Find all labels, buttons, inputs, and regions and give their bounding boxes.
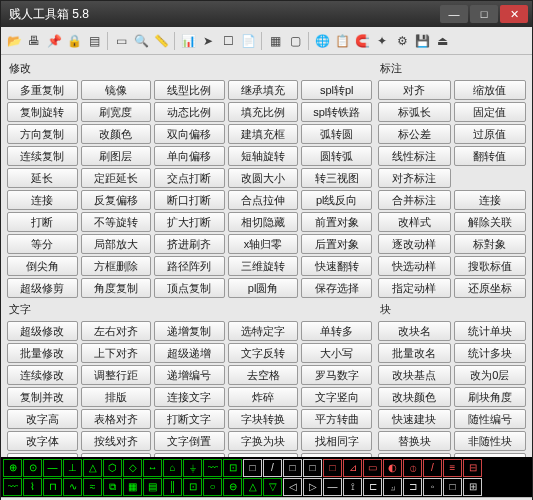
doc-icon[interactable]: 📄: [239, 32, 257, 50]
cmd-button[interactable]: 炸碎: [228, 387, 299, 407]
cmd-button[interactable]: 过原值: [454, 124, 527, 144]
cmd-button[interactable]: 线性标注: [378, 146, 451, 166]
cmd-button[interactable]: 建填充框: [228, 124, 299, 144]
cmd-button[interactable]: 顶点复制: [154, 278, 225, 298]
magnet-icon[interactable]: 🧲: [353, 32, 371, 50]
star-icon[interactable]: ✦: [373, 32, 391, 50]
cmd-button[interactable]: 刷宽度: [81, 102, 152, 122]
symbol-icon[interactable]: ⊡: [183, 478, 202, 496]
symbol-icon[interactable]: ⊡: [223, 459, 242, 477]
cmd-button[interactable]: 改字体: [7, 431, 78, 451]
cmd-button[interactable]: 改颜色: [81, 124, 152, 144]
cmd-button[interactable]: 标公差: [378, 124, 451, 144]
symbol-icon[interactable]: —: [323, 478, 342, 496]
cmd-button[interactable]: 批量修改: [7, 343, 78, 363]
maximize-button[interactable]: □: [470, 5, 498, 23]
cmd-button[interactable]: 反复偏移: [81, 190, 152, 210]
symbol-icon[interactable]: 〰: [203, 459, 222, 477]
cmd-button[interactable]: 相切隐藏: [228, 212, 299, 232]
cmd-button[interactable]: 排版: [81, 387, 152, 407]
symbol-icon[interactable]: ≡: [443, 459, 462, 477]
symbol-icon[interactable]: ▭: [363, 459, 382, 477]
cmd-button[interactable]: 字换为块: [228, 431, 299, 451]
cmd-button[interactable]: 角度复制: [81, 278, 152, 298]
symbol-icon[interactable]: ▦: [123, 478, 142, 496]
cmd-button[interactable]: 倒尖角: [7, 256, 78, 276]
cmd-button[interactable]: 缩放值: [454, 80, 527, 100]
symbol-icon[interactable]: ◁: [283, 478, 302, 496]
symbol-icon[interactable]: ⊞: [463, 478, 482, 496]
cmd-button[interactable]: 统计多块: [454, 343, 527, 363]
cmd-button[interactable]: 改块颜色: [378, 387, 451, 407]
note-icon[interactable]: 📋: [333, 32, 351, 50]
cmd-button[interactable]: 前置对象: [301, 212, 372, 232]
symbol-icon[interactable]: ◐: [383, 459, 402, 477]
chart-icon[interactable]: 📊: [179, 32, 197, 50]
cmd-button[interactable]: 打断文字: [154, 409, 225, 429]
symbol-icon[interactable]: □: [283, 459, 302, 477]
cmd-button[interactable]: 调整行距: [81, 365, 152, 385]
symbol-icon[interactable]: ⊐: [403, 478, 422, 496]
cmd-button[interactable]: 改圆大小: [228, 168, 299, 188]
cmd-button[interactable]: 按线对齐: [81, 431, 152, 451]
close-button[interactable]: ✕: [500, 5, 528, 23]
symbol-icon[interactable]: ⟟: [343, 478, 362, 496]
cmd-button[interactable]: 左右对齐: [81, 321, 152, 341]
cmd-button[interactable]: 批量改名: [378, 343, 451, 363]
cmd-button[interactable]: 合点拉伸: [228, 190, 299, 210]
cmd-button[interactable]: 递增复制: [154, 321, 225, 341]
cmd-button[interactable]: 方向复制: [7, 124, 78, 144]
cmd-button[interactable]: 去空格: [228, 365, 299, 385]
cmd-button[interactable]: 超级修改: [7, 321, 78, 341]
symbol-icon[interactable]: ║: [163, 478, 182, 496]
symbol-icon[interactable]: ⊏: [363, 478, 382, 496]
cmd-button[interactable]: 不等旋转: [81, 212, 152, 232]
cmd-button[interactable]: 找相同字: [301, 431, 372, 451]
cmd-button[interactable]: 快选动样: [378, 256, 451, 276]
cmd-button[interactable]: 标對象: [454, 234, 527, 254]
cmd-button[interactable]: 弧转圆: [301, 124, 372, 144]
cmd-button[interactable]: 连接: [454, 190, 527, 210]
open-icon[interactable]: 📂: [5, 32, 23, 50]
symbol-icon[interactable]: △: [83, 459, 102, 477]
cmd-button[interactable]: 连接文字: [154, 387, 225, 407]
symbol-icon[interactable]: ▤: [143, 478, 162, 496]
symbol-icon[interactable]: □: [323, 459, 342, 477]
symbol-icon[interactable]: ⌇: [23, 478, 42, 496]
cmd-button[interactable]: 局部放大: [81, 234, 152, 254]
cmd-button[interactable]: x轴归零: [228, 234, 299, 254]
symbol-icon[interactable]: ⊟: [463, 459, 482, 477]
cmd-button[interactable]: 超级递增: [154, 343, 225, 363]
symbol-icon[interactable]: ⏚: [183, 459, 202, 477]
symbol-icon[interactable]: /: [263, 459, 282, 477]
symbol-icon[interactable]: ⊿: [343, 459, 362, 477]
cmd-button[interactable]: 文字反转: [228, 343, 299, 363]
symbol-icon[interactable]: ↔: [143, 459, 162, 477]
cmd-button[interactable]: 保存选择: [301, 278, 372, 298]
cmd-button[interactable]: 后置对象: [301, 234, 372, 254]
cmd-button[interactable]: 单转多: [301, 321, 372, 341]
minimize-button[interactable]: —: [440, 5, 468, 23]
symbol-icon[interactable]: □: [303, 459, 322, 477]
symbol-icon[interactable]: ⬡: [103, 459, 122, 477]
cmd-button[interactable]: 快速建块: [378, 409, 451, 429]
disk-icon[interactable]: 💾: [413, 32, 431, 50]
cmd-button[interactable]: 方框删除: [81, 256, 152, 276]
cmd-button[interactable]: 刷图层: [81, 146, 152, 166]
cmd-button[interactable]: 递增编号: [154, 365, 225, 385]
cmd-button[interactable]: 文字竖向: [301, 387, 372, 407]
cmd-button[interactable]: pl线反向: [301, 190, 372, 210]
page-icon[interactable]: ▢: [286, 32, 304, 50]
cmd-button[interactable]: 刷块角度: [454, 387, 527, 407]
cmd-button[interactable]: 罗马数字: [301, 365, 372, 385]
symbol-icon[interactable]: ⊖: [223, 478, 242, 496]
cmd-button[interactable]: 对齐: [378, 80, 451, 100]
symbol-icon[interactable]: ⊙: [23, 459, 42, 477]
cmd-button[interactable]: 打断: [7, 212, 78, 232]
grid-icon[interactable]: ▦: [266, 32, 284, 50]
cmd-button[interactable]: 改为0层: [454, 365, 527, 385]
symbol-icon[interactable]: ⊥: [63, 459, 82, 477]
symbol-icon[interactable]: ○: [203, 478, 222, 496]
cmd-button[interactable]: 圆转弧: [301, 146, 372, 166]
cmd-button[interactable]: 文字倒置: [154, 431, 225, 451]
